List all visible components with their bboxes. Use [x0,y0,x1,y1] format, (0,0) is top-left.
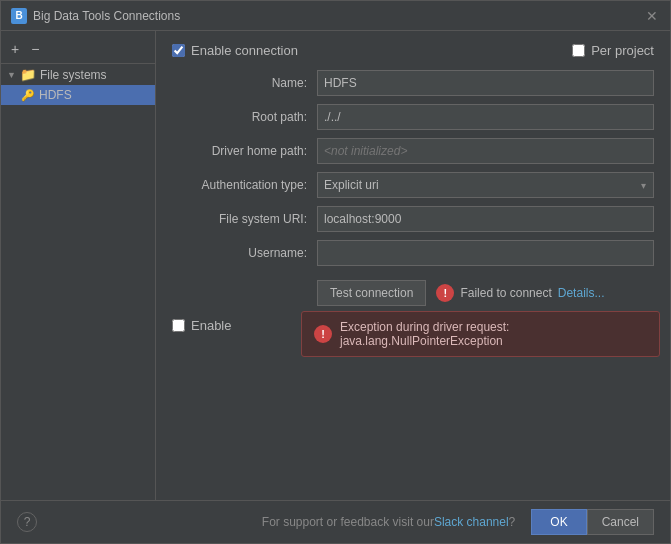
file-systems-label: File systems [40,68,107,82]
username-row: Username: [172,240,654,266]
driver-home-path-label: Driver home path: [172,144,317,158]
root-path-label: Root path: [172,110,317,124]
auth-type-label: Authentication type: [172,178,317,192]
name-input[interactable] [317,70,654,96]
ok-button[interactable]: OK [531,509,586,535]
cancel-button[interactable]: Cancel [587,509,654,535]
bottom-bar: ? For support or feedback visit our Slac… [1,500,670,543]
details-link[interactable]: Details... [558,286,605,300]
folder-icon: 📁 [20,67,36,82]
add-connection-button[interactable]: + [7,39,23,59]
enable-label: Enable [191,318,231,333]
file-system-uri-label: File system URI: [172,212,317,226]
slack-link[interactable]: Slack channel [434,515,509,529]
dialog-window: B Big Data Tools Connections ✕ + − ▼ 📁 F… [0,0,671,544]
per-project-row: Per project [572,43,654,58]
sidebar: + − ▼ 📁 File systems 🔑 HDFS [1,31,156,500]
remove-connection-button[interactable]: − [27,39,43,59]
question-icon: ? [509,515,516,529]
dialog-title: Big Data Tools Connections [33,9,180,23]
auth-type-select-wrapper: Explicit uri Simple Kerberos ▾ [317,172,654,198]
per-project-checkbox[interactable] [572,44,585,57]
per-project-label: Per project [591,43,654,58]
root-path-row: Root path: [172,104,654,130]
form-area: Enable connection Per project Name: Root… [156,31,670,500]
driver-home-path-input[interactable] [317,138,654,164]
file-system-uri-row: File system URI: [172,206,654,232]
help-button[interactable]: ? [17,512,37,532]
hdfs-label: HDFS [39,88,72,102]
enable-connection-label: Enable connection [191,43,298,58]
exception-text: Exception during driver request: java.la… [340,320,647,348]
support-text: For support or feedback visit our [262,515,434,529]
enable-connection-checkbox[interactable] [172,44,185,57]
main-content: + − ▼ 📁 File systems 🔑 HDFS Enable conne… [1,31,670,500]
error-icon: ! [436,284,454,302]
tree-item-hdfs[interactable]: 🔑 HDFS [1,85,155,105]
enable-connection-row: Enable connection [172,43,298,58]
sidebar-toolbar: + − [1,35,155,64]
close-button[interactable]: ✕ [644,8,660,24]
error-badge: ! Failed to connect Details... [436,284,604,302]
username-input[interactable] [317,240,654,266]
test-connection-button[interactable]: Test connection [317,280,426,306]
exception-popup: ! Exception during driver request: java.… [301,311,660,357]
tree-expand-arrow: ▼ [7,70,16,80]
root-path-input[interactable] [317,104,654,130]
name-row: Name: [172,70,654,96]
auth-type-select[interactable]: Explicit uri Simple Kerberos [317,172,654,198]
name-label: Name: [172,76,317,90]
enable-checkbox[interactable] [172,319,185,332]
file-system-uri-input[interactable] [317,206,654,232]
form-top-row: Enable connection Per project [172,43,654,58]
username-label: Username: [172,246,317,260]
app-icon: B [11,8,27,24]
hdfs-icon: 🔑 [21,89,35,102]
exception-error-icon: ! [314,325,332,343]
failed-text: Failed to connect [460,286,551,300]
tree-item-file-systems[interactable]: ▼ 📁 File systems [1,64,155,85]
title-bar-left: B Big Data Tools Connections [11,8,180,24]
title-bar: B Big Data Tools Connections ✕ [1,1,670,31]
driver-home-path-row: Driver home path: [172,138,654,164]
test-connection-row: Test connection ! Failed to connect Deta… [172,280,654,306]
auth-type-row: Authentication type: Explicit uri Simple… [172,172,654,198]
